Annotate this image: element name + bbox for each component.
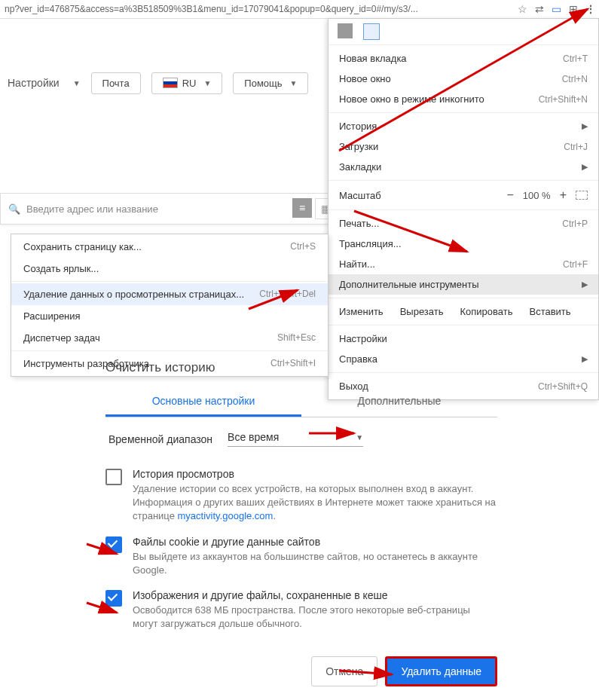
menu-incognito[interactable]: Новое окно в режиме инкогнитоCtrl+Shift+… <box>329 89 598 109</box>
chevron-down-icon: ▼ <box>73 79 81 87</box>
chevron-down-icon: ▼ <box>290 79 298 87</box>
option-cookies[interactable]: Файлы cookie и другие данные сайтов Вы в… <box>105 530 497 583</box>
menu-extension-row <box>329 19 598 45</box>
menu-settings[interactable]: Настройки <box>329 329 598 349</box>
option-desc: Вы выйдете из аккаунтов на большинстве с… <box>133 550 497 577</box>
search-icon: 🔍 <box>8 203 20 215</box>
zoom-label: Масштаб <box>339 190 381 201</box>
zoom-value: 100 % <box>523 190 551 201</box>
url-bar-icons: ☆ ⇄ ▭ ⊞ ⋮ <box>518 0 596 18</box>
menu-downloads[interactable]: ЗагрузкиCtrl+J <box>329 136 598 157</box>
option-title: Файлы cookie и другие данные сайтов <box>133 536 497 548</box>
checkbox-checked[interactable] <box>105 536 122 553</box>
time-range-label: Временной диапазон <box>108 433 212 445</box>
dialog-title: Очистить историю <box>105 360 497 375</box>
chrome-main-menu: Новая вкладкаCtrl+T Новое окноCtrl+N Нов… <box>328 18 599 400</box>
help-button[interactable]: Помощь▼ <box>233 72 308 94</box>
list-view-icon[interactable]: ≡ <box>292 198 312 218</box>
settings-link[interactable]: Настройки <box>8 77 60 89</box>
zoom-plus[interactable]: + <box>560 188 567 202</box>
address-search-input[interactable]: 🔍 Введите адрес или название ≡ ▦ <box>0 193 344 225</box>
checkbox-checked[interactable] <box>105 590 122 607</box>
menu-print[interactable]: Печать...Ctrl+P <box>329 213 598 234</box>
option-cached-files[interactable]: Изображения и другие файлы, сохраненные … <box>105 583 497 637</box>
option-title: История просмотров <box>133 468 497 480</box>
menu-new-tab[interactable]: Новая вкладкаCtrl+T <box>329 48 598 69</box>
chevron-right-icon: ▶ <box>582 354 588 364</box>
more-tools-submenu: Сохранить страницу как...Ctrl+S Создать … <box>11 234 329 377</box>
star-icon[interactable]: ☆ <box>518 0 527 18</box>
address-bar[interactable]: np?ver_id=476875&access=a%3B518509%3B1&m… <box>0 0 599 19</box>
menu-cast[interactable]: Трансляция... <box>329 234 598 254</box>
chevron-down-icon: ▼ <box>203 79 211 87</box>
submenu-task-manager[interactable]: Диспетчер задачShift+Esc <box>11 327 328 349</box>
menu-find[interactable]: Найти...Ctrl+F <box>329 254 598 274</box>
menu-new-window[interactable]: Новое окноCtrl+N <box>329 69 598 89</box>
time-range-value: Все время <box>228 431 279 443</box>
extension-icon-2[interactable]: ▭ <box>552 0 561 18</box>
kebab-menu-icon[interactable]: ⋮ <box>585 0 596 18</box>
chevron-right-icon: ▶ <box>582 121 588 131</box>
chevron-down-icon: ▼ <box>356 433 363 442</box>
edit-paste[interactable]: Вставить <box>529 306 570 317</box>
extension-icon[interactable]: ⇄ <box>535 0 544 18</box>
language-button[interactable]: RU▼ <box>151 72 223 94</box>
chevron-right-icon: ▶ <box>582 162 588 172</box>
search-placeholder: Введите адрес или название <box>26 203 158 215</box>
option-browsing-history[interactable]: История просмотров Удаление истории со в… <box>105 462 497 530</box>
clear-browsing-data-dialog: Очистить историю Основные настройки Допо… <box>105 360 497 686</box>
ext-icon-2[interactable] <box>363 23 380 40</box>
time-range-select[interactable]: Все время ▼ <box>228 431 363 447</box>
dialog-tabs: Основные настройки Дополнительные <box>105 387 497 417</box>
mail-button[interactable]: Почта <box>91 72 141 94</box>
edit-cut[interactable]: Вырезать <box>400 306 444 317</box>
menu-bookmarks[interactable]: Закладки▶ <box>329 157 598 177</box>
flag-ru-icon <box>163 78 178 88</box>
extension-icon-3[interactable]: ⊞ <box>569 0 578 18</box>
submenu-clear-browsing-data[interactable]: Удаление данных о просмотренных страница… <box>11 283 328 305</box>
clear-data-button[interactable]: Удалить данные <box>385 656 497 686</box>
fullscreen-icon[interactable] <box>576 191 588 200</box>
submenu-save-page[interactable]: Сохранить страницу как...Ctrl+S <box>11 236 328 258</box>
menu-more-tools[interactable]: Дополнительные инструменты▶ <box>329 274 598 295</box>
myactivity-link[interactable]: myactivity.google.com <box>178 510 274 521</box>
option-title: Изображения и другие файлы, сохраненные … <box>133 589 497 601</box>
option-desc: Освободится 638 МБ пространства. После э… <box>133 604 497 631</box>
submenu-extensions[interactable]: Расширения <box>11 305 328 327</box>
edit-copy[interactable]: Копировать <box>460 306 512 317</box>
edit-label: Изменить <box>339 306 384 317</box>
menu-zoom: Масштаб − 100 % + <box>329 184 598 206</box>
page-toolbar: Настройки ▼ Почта RU▼ Помощь▼ <box>0 66 343 99</box>
cancel-button[interactable]: Отмена <box>311 656 377 686</box>
menu-edit-row: Изменить Вырезать Копировать Вставить <box>329 301 598 322</box>
ext-icon-1[interactable] <box>338 23 353 38</box>
tab-basic[interactable]: Основные настройки <box>105 387 301 417</box>
chevron-right-icon: ▶ <box>582 280 588 289</box>
option-desc: Удаление истории со всех устройств, на к… <box>133 482 497 524</box>
checkbox-unchecked[interactable] <box>105 469 122 485</box>
menu-history[interactable]: История▶ <box>329 116 598 136</box>
zoom-minus[interactable]: − <box>506 188 513 202</box>
url-text: np?ver_id=476875&access=a%3B518509%3B1&m… <box>5 4 418 14</box>
submenu-create-shortcut[interactable]: Создать ярлык... <box>11 258 328 280</box>
tab-advanced[interactable]: Дополнительные <box>301 387 497 417</box>
